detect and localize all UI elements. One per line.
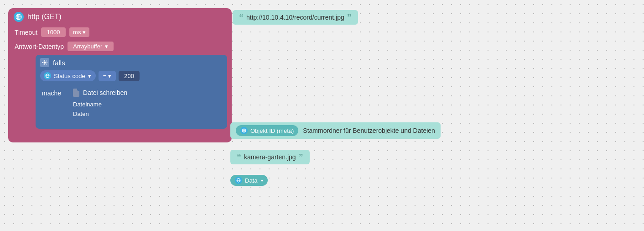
timeout-unit-dropdown[interactable]: ms ▾ <box>69 27 89 37</box>
objekt-id-label-text: Objekt ID (meta) <box>250 127 294 134</box>
chevron-down-icon-status: ▾ <box>88 73 91 79</box>
timeout-row: Timeout 1000 ms ▾ <box>8 26 232 40</box>
http-block: http (GET) Timeout 1000 ms ▾ Antwort-Dat… <box>8 8 232 142</box>
chevron-down-icon: ▾ <box>83 29 86 36</box>
timeout-input[interactable]: 1000 <box>41 27 66 37</box>
workspace: “ http://10.10.4.10/record/current.jpg ”… <box>0 0 644 231</box>
antwort-row: Antwort-Datentyp Arraybuffer ▾ <box>8 40 232 55</box>
globe-icon-status <box>44 72 51 79</box>
url-text: http://10.10.4.10/record/current.jpg <box>246 14 344 21</box>
daten-label: Daten <box>73 110 109 117</box>
status-code-block[interactable]: Status code ▾ <box>40 70 96 81</box>
dateiname-row: Dateiname <box>73 100 155 109</box>
globe-icon-objekt <box>240 127 248 134</box>
globe-icon <box>14 12 24 22</box>
datei-label: Datei schreiben <box>83 89 127 96</box>
chevron-down-icon-eq: ▾ <box>108 73 111 79</box>
chevron-down-icon-antwort: ▾ <box>105 43 108 50</box>
dateiname-label: Dateiname <box>73 101 109 108</box>
quote-open: “ <box>239 13 244 22</box>
http-header: http (GET) <box>8 8 232 26</box>
antwort-label: Antwort-Datentyp <box>15 43 64 50</box>
daten-row: Daten <box>73 109 155 119</box>
falls-label: falls <box>53 59 65 67</box>
antwort-dropdown[interactable]: Arraybuffer ▾ <box>68 42 114 51</box>
file-icon <box>73 89 79 97</box>
data-dropdown-block[interactable]: Data ▾ <box>230 175 268 186</box>
status-code-label: Status code <box>54 73 85 79</box>
falls-container: falls Status code ▾ <box>36 55 227 129</box>
quote-close: ” <box>347 13 352 22</box>
svg-point-4 <box>44 62 46 64</box>
equals-block[interactable]: = ▾ <box>99 71 116 81</box>
objekt-id-text: Stammordner für Benutzerobjekte und Date… <box>303 127 435 134</box>
kamera-filename: kamera-garten.jpg <box>244 153 296 161</box>
status-value[interactable]: 200 <box>119 71 140 81</box>
http-title: http (GET) <box>27 13 62 21</box>
mache-row: mache Datei schreiben Dateiname <box>36 84 227 125</box>
falls-condition: Status code ▾ = ▾ 200 <box>36 70 227 84</box>
equals-label: = <box>103 73 107 79</box>
quote-close-kamera: ” <box>299 152 303 162</box>
objekt-id-block: Objekt ID (meta) Stammordner für Benutze… <box>230 122 441 139</box>
data-dropdown-label: Data <box>245 177 257 184</box>
gear-icon <box>40 58 49 67</box>
kamera-block: “ kamera-garten.jpg ” <box>230 150 310 164</box>
globe-icon-data <box>235 177 242 184</box>
quote-open-kamera: “ <box>237 152 241 162</box>
mache-label: mache <box>42 86 65 97</box>
objekt-label[interactable]: Objekt ID (meta) <box>236 125 298 136</box>
url-block: “ http://10.10.4.10/record/current.jpg ” <box>233 10 358 25</box>
falls-header: falls <box>36 55 227 70</box>
falls-block: falls Status code ▾ <box>36 55 227 129</box>
datei-block: Datei schreiben Dateiname Daten <box>68 86 160 123</box>
chevron-down-icon-data: ▾ <box>261 178 263 183</box>
datei-header: Datei schreiben <box>73 89 155 100</box>
timeout-label: Timeout <box>15 29 37 36</box>
